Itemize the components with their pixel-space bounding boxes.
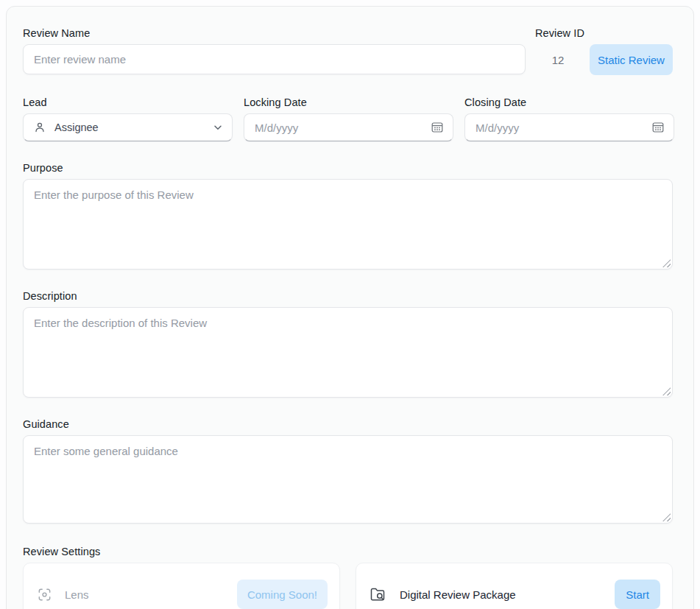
guidance-label: Guidance (23, 418, 673, 430)
description-field-group: Description (23, 290, 673, 398)
review-name-label: Review Name (23, 27, 526, 39)
lead-value: Assignee (54, 122, 99, 133)
folder-search-icon (370, 586, 387, 602)
calendar-icon[interactable] (651, 121, 665, 134)
review-id-value: 12 (535, 54, 581, 66)
purpose-label: Purpose (23, 162, 673, 174)
locking-date-placeholder: M/d/yyyy (255, 122, 298, 134)
digital-review-package-name: Digital Review Package (400, 588, 516, 601)
lead-field-group: Lead Assignee (23, 96, 233, 141)
review-settings-grid: Lens Coming Soon! Digital Review Package… (23, 563, 673, 609)
review-form-card: Review Name Review ID 12 Static Review L… (6, 6, 694, 609)
locking-date-field-group: Locking Date M/d/yyyy (244, 96, 453, 141)
static-review-button[interactable]: Static Review (590, 44, 673, 75)
review-name-row: Review Name Review ID 12 Static Review (23, 27, 673, 75)
review-id-label: Review ID (535, 27, 673, 39)
purpose-textarea[interactable] (23, 179, 673, 270)
digital-review-package-card: Digital Review Package Start (356, 563, 673, 609)
review-id-row: 12 Static Review (535, 44, 673, 75)
closing-date-input[interactable]: M/d/yyyy (464, 113, 674, 141)
review-settings-label: Review Settings (23, 546, 673, 557)
calendar-icon[interactable] (431, 121, 444, 134)
description-textarea[interactable] (23, 307, 673, 398)
person-icon (34, 122, 46, 133)
locking-date-label: Locking Date (244, 96, 453, 108)
locking-date-input[interactable]: M/d/yyyy (244, 113, 453, 141)
guidance-field-group: Guidance (23, 418, 673, 524)
dates-row: Lead Assignee Locking Date M (23, 96, 673, 141)
lead-dropdown[interactable]: Assignee (23, 113, 233, 141)
guidance-textarea[interactable] (23, 435, 673, 524)
closing-date-placeholder: M/d/yyyy (475, 122, 519, 134)
description-label: Description (23, 290, 673, 302)
start-button[interactable]: Start (615, 580, 660, 609)
closing-date-field-group: Closing Date M/d/yyyy (464, 96, 674, 141)
review-name-field-group: Review Name (23, 27, 526, 75)
chevron-down-icon (213, 122, 223, 133)
lens-setting-card: Lens Coming Soon! (23, 563, 340, 609)
closing-date-label: Closing Date (464, 96, 674, 108)
lens-setting-name: Lens (65, 588, 89, 601)
lead-label: Lead (23, 96, 233, 108)
lens-icon (37, 587, 52, 602)
review-name-input[interactable] (23, 44, 526, 74)
purpose-field-group: Purpose (23, 162, 673, 270)
coming-soon-badge: Coming Soon! (237, 580, 328, 609)
review-id-group: Review ID 12 Static Review (526, 27, 673, 75)
review-settings-section: Review Settings Lens Coming Soon! (23, 546, 673, 609)
